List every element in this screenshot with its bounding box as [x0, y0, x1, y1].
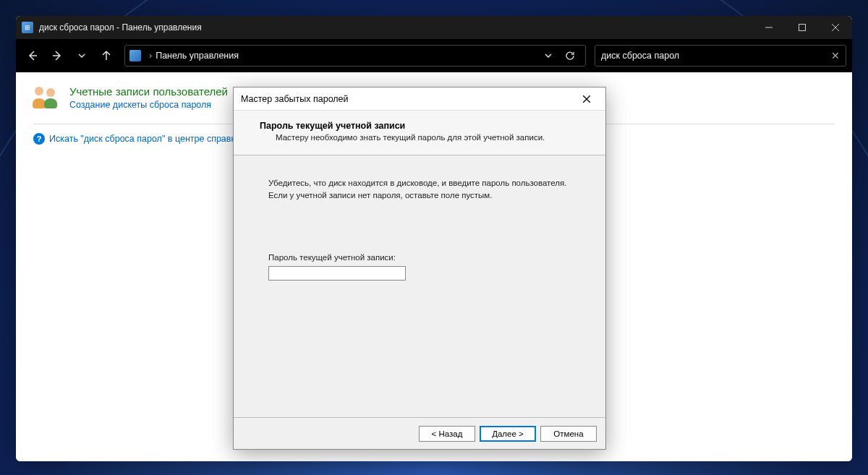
titlebar[interactable]: ⊞ диск сброса парол - Панель управления [16, 16, 852, 39]
up-button[interactable] [95, 45, 117, 67]
wizard-close-button[interactable] [575, 90, 598, 108]
svg-rect-1 [799, 25, 806, 31]
wizard-step-subtitle: Мастеру необходимо знать текущий пароль … [276, 133, 579, 142]
cancel-button-wizard[interactable]: Отмена [540, 426, 597, 442]
password-field-label: Пароль текущей учетной записи: [268, 253, 571, 262]
recent-dropdown[interactable] [71, 45, 93, 67]
back-button-wizard[interactable]: < Назад [419, 426, 475, 442]
help-icon: ? [33, 133, 45, 145]
back-button[interactable] [22, 45, 43, 67]
maximize-button[interactable] [786, 16, 819, 39]
minimize-button[interactable] [752, 16, 786, 39]
wizard-hint: Убедитесь, что диск находится в дисковод… [268, 177, 571, 201]
category-title: Учетные записи пользователей [69, 85, 228, 98]
app-icon: ⊞ [22, 22, 33, 33]
address-bar[interactable]: › Панель управления [124, 45, 586, 67]
wizard-body: Убедитесь, что диск находится в дисковод… [234, 155, 605, 417]
user-accounts-icon [33, 85, 61, 108]
current-password-input[interactable] [268, 266, 406, 281]
create-reset-disk-link[interactable]: Создание дискеты сброса пароля [69, 100, 211, 110]
wizard-titlebar[interactable]: Мастер забытых паролей [234, 87, 605, 111]
forgotten-password-wizard: Мастер забытых паролей Пароль текущей уч… [233, 87, 606, 450]
forward-button[interactable] [46, 45, 68, 67]
address-dropdown[interactable] [537, 45, 559, 67]
search-bar[interactable]: ✕ [595, 45, 846, 67]
clear-search-icon[interactable]: ✕ [831, 50, 840, 61]
breadcrumb-sep: › [149, 51, 152, 61]
control-panel-icon [129, 50, 141, 61]
wizard-title: Мастер забытых паролей [241, 94, 575, 104]
window-title: диск сброса парол - Панель управления [39, 22, 752, 33]
breadcrumb-label[interactable]: Панель управления [156, 51, 239, 61]
help-search-link[interactable]: Искать "диск сброса парол" в центре спра… [49, 134, 260, 144]
close-button[interactable] [819, 16, 852, 39]
nav-toolbar: › Панель управления ✕ [16, 39, 852, 72]
next-button-wizard[interactable]: Далее > [480, 426, 536, 442]
wizard-footer: < Назад Далее > Отмена [234, 417, 605, 449]
wizard-step-title: Пароль текущей учетной записи [260, 121, 579, 131]
wizard-header: Пароль текущей учетной записи Мастеру не… [234, 111, 605, 155]
refresh-button[interactable] [559, 45, 581, 67]
search-input[interactable] [601, 51, 831, 61]
